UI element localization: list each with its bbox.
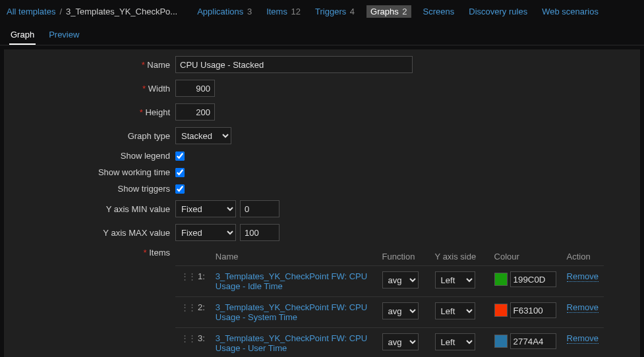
col-func: Function xyxy=(377,248,430,266)
input-ymax[interactable] xyxy=(240,224,279,241)
tab-screens[interactable]: Screens xyxy=(421,5,457,18)
item-link[interactable]: 3_Templates_YK_CheckPoint FW: CPU Usage … xyxy=(216,333,367,353)
label-items: Items xyxy=(11,248,175,258)
label-height: Height xyxy=(11,107,175,117)
select-function[interactable]: minavgmaxalllast xyxy=(382,302,419,319)
color-swatch[interactable] xyxy=(494,304,508,317)
breadcrumb: All templates / 3_Templates_YK_CheckPo..… xyxy=(0,0,644,23)
select-gtype[interactable]: NormalStackedPieExploded xyxy=(175,127,231,144)
chk-showtrig[interactable] xyxy=(175,184,185,194)
row-index: 1: xyxy=(192,266,210,297)
input-height[interactable] xyxy=(175,103,215,121)
col-name: Name xyxy=(210,248,377,266)
color-input[interactable] xyxy=(510,333,556,349)
table-row: ⋮⋮2:3_Templates_YK_CheckPoint FW: CPU Us… xyxy=(175,297,604,328)
label-name: Name xyxy=(11,60,175,70)
label-ymin: Y axis MIN value xyxy=(11,204,175,214)
label-width: Width xyxy=(11,84,175,94)
label-worktime: Show working time xyxy=(11,167,175,177)
remove-link[interactable]: Remove xyxy=(567,333,599,344)
label-legend: Show legend xyxy=(11,151,175,161)
col-action: Action xyxy=(562,248,604,266)
table-row: ⋮⋮1:3_Templates_YK_CheckPoint FW: CPU Us… xyxy=(175,266,604,297)
nav-tabs: Applications 3 Items 12 Triggers 4 Graph… xyxy=(194,5,601,18)
label-ymax: Y axis MAX value xyxy=(11,228,175,238)
item-link[interactable]: 3_Templates_YK_CheckPoint FW: CPU Usage … xyxy=(216,302,367,322)
tab-discovery[interactable]: Discovery rules xyxy=(466,5,530,18)
subtab-preview[interactable]: Preview xyxy=(47,26,80,45)
graph-form: Name Width Height Graph type NormalStack… xyxy=(4,49,640,357)
remove-link[interactable]: Remove xyxy=(567,271,599,282)
breadcrumb-current: 3_Templates_YK_CheckPo... xyxy=(66,7,177,16)
remove-link[interactable]: Remove xyxy=(567,302,599,313)
select-yaxis-side[interactable]: LeftRight xyxy=(435,333,475,350)
select-function[interactable]: minavgmaxalllast xyxy=(382,271,419,288)
drag-handle-icon[interactable]: ⋮⋮ xyxy=(181,302,187,312)
tab-applications[interactable]: Applications 3 xyxy=(194,5,254,18)
row-index: 2: xyxy=(192,297,210,328)
tab-graphs[interactable]: Graphs 2 xyxy=(366,5,411,18)
select-yaxis-side[interactable]: LeftRight xyxy=(435,302,475,319)
items-table: Name Function Y axis side Colour Action … xyxy=(175,248,604,357)
subtab-graph[interactable]: Graph xyxy=(9,26,36,45)
color-swatch[interactable] xyxy=(494,273,508,286)
color-swatch[interactable] xyxy=(494,335,508,348)
select-ymax-mode[interactable]: CalculatedFixedItem xyxy=(175,224,236,241)
drag-handle-icon[interactable]: ⋮⋮ xyxy=(181,333,187,343)
col-color: Colour xyxy=(489,248,562,266)
tab-triggers[interactable]: Triggers 4 xyxy=(312,5,357,18)
chk-worktime[interactable] xyxy=(175,168,185,177)
input-ymin[interactable] xyxy=(240,200,279,217)
tab-items[interactable]: Items 12 xyxy=(264,5,303,18)
input-name[interactable] xyxy=(175,56,413,73)
subtabs: Graph Preview xyxy=(0,23,644,45)
col-side: Y axis side xyxy=(430,248,489,266)
row-index: 3: xyxy=(192,328,210,358)
label-showtrig: Show triggers xyxy=(11,184,175,194)
breadcrumb-sep: / xyxy=(59,7,62,16)
color-input[interactable] xyxy=(510,302,556,318)
tab-web[interactable]: Web scenarios xyxy=(539,5,601,18)
label-gtype: Graph type xyxy=(11,131,175,141)
chk-legend[interactable] xyxy=(175,151,185,161)
table-row: ⋮⋮3:3_Templates_YK_CheckPoint FW: CPU Us… xyxy=(175,328,604,358)
input-width[interactable] xyxy=(175,80,215,97)
select-yaxis-side[interactable]: LeftRight xyxy=(435,271,475,288)
select-function[interactable]: minavgmaxalllast xyxy=(382,333,419,350)
drag-handle-icon[interactable]: ⋮⋮ xyxy=(181,271,187,281)
select-ymin-mode[interactable]: CalculatedFixedItem xyxy=(175,200,236,217)
item-link[interactable]: 3_Templates_YK_CheckPoint FW: CPU Usage … xyxy=(216,271,367,291)
breadcrumb-all-templates[interactable]: All templates xyxy=(7,7,55,16)
color-input[interactable] xyxy=(510,271,556,287)
